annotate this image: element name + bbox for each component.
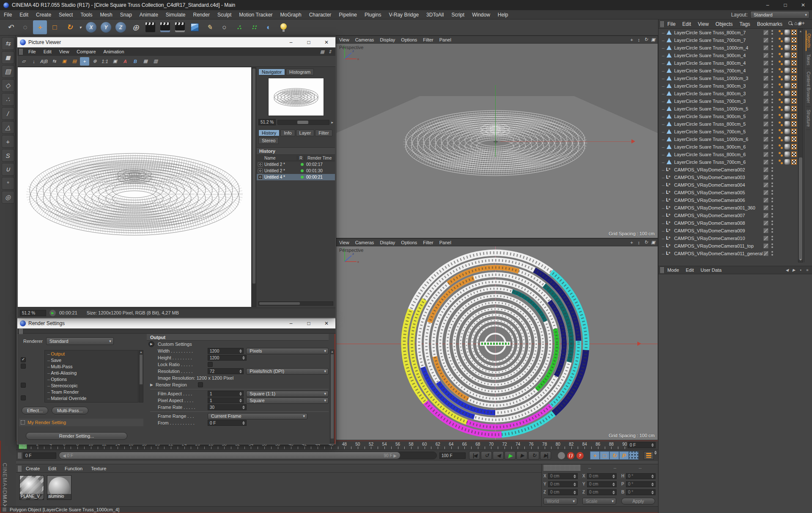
- visibility-dots[interactable]: [771, 236, 774, 241]
- visibility-dots[interactable]: [771, 129, 774, 134]
- maximize-view-icon[interactable]: ▣: [650, 36, 657, 43]
- layer-color-chip[interactable]: [763, 106, 768, 111]
- object-row[interactable]: – CAMPOS_VRayDomeCamera006: [658, 196, 797, 204]
- panel-menu-icon[interactable]: ≡: [804, 268, 811, 272]
- object-tags[interactable]: [779, 91, 797, 97]
- object-row[interactable]: – CAMPOS_VRayDomeCamera005: [658, 189, 797, 196]
- visibility-dots[interactable]: [771, 76, 774, 81]
- visibility-dots[interactable]: [771, 83, 774, 88]
- zoom-image-icon[interactable]: ⊕: [90, 57, 99, 66]
- menu-item[interactable]: Simulate: [162, 12, 189, 18]
- object-row[interactable]: – CAMPOS_VRayDomeCamera008: [658, 219, 797, 227]
- rotate-tool-icon[interactable]: ↻: [63, 20, 77, 34]
- object-list-scrollbar[interactable]: ▲ ▼: [798, 29, 803, 262]
- picture-viewer-menu-item[interactable]: File: [25, 49, 40, 54]
- object-manager-menu-item[interactable]: Bookmarks: [754, 21, 786, 27]
- multipass-button[interactable]: Multi-Pass...: [52, 407, 88, 414]
- play-button[interactable]: ▶: [505, 451, 516, 460]
- pixel-aspect-field[interactable]: 1: [208, 397, 244, 403]
- status-zoom-select[interactable]: 51.2 %: [20, 310, 46, 316]
- pan-view-icon[interactable]: +: [628, 239, 635, 246]
- resolution-unit-select[interactable]: Pixels/Inch (DPI)▾: [246, 368, 329, 375]
- object-tags[interactable]: [779, 159, 797, 165]
- menu-item[interactable]: Help: [494, 12, 512, 18]
- settings-section-item[interactable]: –Output: [45, 350, 138, 357]
- menu-item[interactable]: Window: [468, 12, 494, 18]
- framerate-field[interactable]: 30: [208, 404, 247, 410]
- visibility-dots[interactable]: [771, 190, 774, 195]
- lock-ratio-checkbox[interactable]: [208, 362, 213, 367]
- layer-color-chip[interactable]: [763, 243, 768, 248]
- rendered-image[interactable]: [18, 67, 251, 307]
- goto-start-button[interactable]: |◀: [469, 451, 480, 460]
- width-field[interactable]: 1200: [208, 348, 244, 354]
- height-field[interactable]: 1200: [208, 355, 247, 361]
- render-setting-button[interactable]: Render Setting...: [26, 432, 127, 440]
- object-tags[interactable]: [779, 60, 797, 66]
- visibility-dots[interactable]: [771, 152, 774, 157]
- compare-ab-icon[interactable]: A|B: [39, 57, 49, 66]
- keying-help-button[interactable]: ?: [576, 452, 584, 459]
- current-frame-field[interactable]: 0 F: [628, 442, 656, 448]
- object-row[interactable]: – LayerCircle Suare Truss_800cm_5: [658, 120, 797, 128]
- make-editable-icon[interactable]: ⇆: [2, 37, 14, 50]
- y-axis-gizmo[interactable]: [495, 85, 496, 157]
- material-menu-item[interactable]: Texture: [87, 466, 110, 471]
- snap-icon[interactable]: S: [2, 149, 14, 162]
- visibility-dots[interactable]: [771, 106, 774, 111]
- menu-item[interactable]: Mesh: [96, 12, 116, 18]
- minimize-button[interactable]: –: [759, 0, 776, 10]
- visibility-dots[interactable]: [771, 228, 774, 233]
- layer-color-chip[interactable]: [763, 68, 768, 73]
- layer-color-chip[interactable]: [763, 160, 768, 165]
- visibility-dots[interactable]: [771, 53, 774, 58]
- subdivision-surface-icon[interactable]: ∴: [232, 20, 246, 34]
- layer-color-chip[interactable]: [763, 45, 768, 50]
- visibility-dots[interactable]: [771, 91, 774, 96]
- image-vertical-scrollbar[interactable]: [252, 67, 256, 307]
- object-tags[interactable]: [779, 144, 797, 150]
- nav-back-icon[interactable]: ◀: [784, 268, 790, 272]
- visibility-dots[interactable]: [771, 68, 774, 73]
- swap-compare-icon[interactable]: ⇆: [49, 57, 59, 66]
- visibility-dots[interactable]: [771, 175, 774, 180]
- visibility-dots[interactable]: [771, 213, 774, 218]
- size-x-field[interactable]: 0 cm: [587, 473, 617, 479]
- section-checkbox[interactable]: [21, 364, 26, 369]
- object-row[interactable]: – LayerCircle Suare Truss_800cm_4: [658, 59, 797, 67]
- workplane-mode-icon[interactable]: ◇: [2, 79, 14, 92]
- resolution-field[interactable]: 72: [208, 368, 244, 374]
- key-parameter-button[interactable]: P: [619, 451, 629, 460]
- edges-mode-icon[interactable]: /: [2, 107, 14, 120]
- fit-image-icon[interactable]: ▣: [110, 57, 120, 66]
- menu-item[interactable]: File: [0, 12, 16, 18]
- object-manager-menu-item[interactable]: View: [694, 21, 712, 27]
- menu-item[interactable]: Animate: [136, 12, 162, 18]
- dock-side-tab[interactable]: Objects: [806, 30, 811, 51]
- save-image-icon[interactable]: ↓: [29, 57, 38, 66]
- object-row[interactable]: – CAMPOS_VRayDomeCamera003: [658, 174, 797, 181]
- layout-select[interactable]: Standard▾: [750, 11, 809, 19]
- minimize-button[interactable]: –: [282, 318, 300, 328]
- object-row[interactable]: – CAMPOS_VRayDomeCamera007: [658, 212, 797, 219]
- menu-item[interactable]: Script: [447, 12, 468, 18]
- sidebar-horizontal-scrollbar[interactable]: [258, 301, 333, 306]
- frame-range-select[interactable]: Current Frame▾: [208, 413, 307, 419]
- z-axis-lock-icon[interactable]: Z: [114, 20, 128, 34]
- set-b-image-icon[interactable]: B: [131, 57, 140, 66]
- close-button[interactable]: ✕: [318, 318, 335, 328]
- object-tags[interactable]: [779, 52, 797, 58]
- menu-item[interactable]: MoGraph: [277, 12, 305, 18]
- menu-item[interactable]: Select: [55, 12, 77, 18]
- key-pla-button[interactable]: [629, 451, 639, 460]
- dolly-view-icon[interactable]: ↕: [635, 239, 642, 246]
- object-row[interactable]: – CAMPOS_VRayDomeCamera002: [658, 166, 797, 174]
- section-checkbox[interactable]: [21, 395, 26, 400]
- maximize-button[interactable]: □: [776, 0, 794, 10]
- expand-icon[interactable]: ▶: [148, 341, 154, 347]
- width-unit-select[interactable]: Pixels▾: [246, 348, 329, 354]
- render-region-checkbox[interactable]: [198, 382, 203, 387]
- layer-color-chip[interactable]: [763, 129, 768, 134]
- y-axis-lock-icon[interactable]: Y: [99, 20, 113, 34]
- array-generator-icon[interactable]: ∷: [247, 20, 261, 34]
